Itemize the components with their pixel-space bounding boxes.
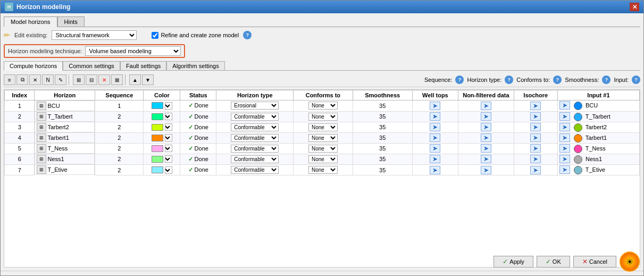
cell-isochore[interactable]: ➤ xyxy=(514,154,557,164)
cell-horizon-type[interactable]: Conformable xyxy=(216,143,294,154)
toolbar-btn-6[interactable]: ⊞ xyxy=(73,74,85,85)
cell-non-filtered[interactable]: ➤ xyxy=(458,154,514,164)
horizon-grid-icon[interactable]: ⊞ xyxy=(37,123,46,131)
toolbar-btn-9[interactable]: ⊠ xyxy=(111,74,123,85)
conforms-to-select[interactable]: None xyxy=(308,123,338,131)
cell-isochore[interactable]: ➤ xyxy=(514,164,557,175)
cell-well-tops[interactable]: ➤ xyxy=(412,132,458,143)
sequence-help-btn[interactable]: ? xyxy=(455,76,464,84)
well-tops-arrow-btn[interactable]: ➤ xyxy=(430,123,440,131)
cell-well-tops[interactable]: ➤ xyxy=(412,111,458,122)
cell-non-filtered[interactable]: ➤ xyxy=(458,101,514,112)
non-filtered-arrow-btn[interactable]: ➤ xyxy=(481,123,491,131)
cell-non-filtered[interactable]: ➤ xyxy=(458,111,514,122)
cell-non-filtered[interactable]: ➤ xyxy=(458,143,514,154)
tab-model-horizons[interactable]: Model horizons xyxy=(4,16,57,27)
conforms-to-select[interactable]: None xyxy=(308,113,338,121)
cell-horizon-type[interactable]: Conformable xyxy=(216,164,294,175)
horizon-technique-select[interactable]: Volume based modeling xyxy=(85,46,181,56)
cell-non-filtered[interactable]: ➤ xyxy=(458,132,514,143)
cell-well-tops[interactable]: ➤ xyxy=(412,164,458,175)
ok-button[interactable]: ✓ OK xyxy=(537,256,570,267)
tab-hints[interactable]: Hints xyxy=(57,16,85,27)
cell-well-tops[interactable]: ➤ xyxy=(412,143,458,154)
well-tops-arrow-btn[interactable]: ➤ xyxy=(430,144,440,153)
cancel-button[interactable]: ✕ Cancel xyxy=(573,256,616,267)
cell-color[interactable]: ▼ xyxy=(144,143,180,154)
horizon-type-select[interactable]: Conformable xyxy=(231,155,279,163)
cell-horizon-type[interactable]: Conformable xyxy=(216,122,294,132)
cell-well-tops[interactable]: ➤ xyxy=(412,122,458,132)
cell-isochore[interactable]: ➤ xyxy=(514,101,557,112)
cell-conforms-to[interactable]: None xyxy=(294,101,353,112)
horizon-type-select[interactable]: Conformable xyxy=(231,123,279,131)
edit-existing-select[interactable]: Structural framework xyxy=(52,30,137,40)
input1-arrow-btn[interactable]: ➤ xyxy=(559,165,570,174)
cell-horizon-type[interactable]: Erosional xyxy=(216,101,294,112)
cell-horizon-type[interactable]: Conformable xyxy=(216,132,294,143)
well-tops-arrow-btn[interactable]: ➤ xyxy=(430,112,440,121)
isochore-arrow-btn[interactable]: ➤ xyxy=(530,155,541,163)
isochore-arrow-btn[interactable]: ➤ xyxy=(530,123,541,131)
cell-well-tops[interactable]: ➤ xyxy=(412,154,458,164)
isochore-arrow-btn[interactable]: ➤ xyxy=(530,102,541,110)
conforms-to-select[interactable]: None xyxy=(308,134,338,142)
well-tops-arrow-btn[interactable]: ➤ xyxy=(430,133,440,142)
isochore-arrow-btn[interactable]: ➤ xyxy=(530,133,541,142)
color-dropdown[interactable]: ▼ xyxy=(165,113,172,120)
conforms-to-select[interactable]: None xyxy=(308,102,338,110)
conforms-to-help-btn[interactable]: ? xyxy=(553,76,562,84)
cell-conforms-to[interactable]: None xyxy=(294,164,353,175)
isochore-arrow-btn[interactable]: ➤ xyxy=(530,112,541,121)
non-filtered-arrow-btn[interactable]: ➤ xyxy=(481,102,491,110)
tab-fault-settings[interactable]: Fault settings xyxy=(120,61,166,70)
well-tops-arrow-btn[interactable]: ➤ xyxy=(430,102,440,110)
color-dropdown[interactable]: ▼ xyxy=(165,155,172,163)
non-filtered-arrow-btn[interactable]: ➤ xyxy=(481,112,491,121)
cell-color[interactable]: ▼ xyxy=(144,164,180,175)
cell-conforms-to[interactable]: None xyxy=(294,143,353,154)
horizon-grid-icon[interactable]: ⊞ xyxy=(37,102,46,110)
horizon-type-select[interactable]: Conformable xyxy=(231,113,279,121)
toolbar-btn-down[interactable]: ▼ xyxy=(142,74,154,85)
input1-arrow-btn[interactable]: ➤ xyxy=(559,144,570,153)
conforms-to-select[interactable]: None xyxy=(308,155,338,163)
horizon-type-select[interactable]: Conformable xyxy=(231,166,279,174)
non-filtered-arrow-btn[interactable]: ➤ xyxy=(481,144,491,153)
non-filtered-arrow-btn[interactable]: ➤ xyxy=(481,155,491,163)
input1-arrow-btn[interactable]: ➤ xyxy=(559,133,570,142)
toolbar-btn-1[interactable]: ≡ xyxy=(4,74,15,85)
toolbar-btn-5[interactable]: ✎ xyxy=(55,74,66,85)
input1-arrow-btn[interactable]: ➤ xyxy=(559,155,570,163)
horizon-grid-icon[interactable]: ⊞ xyxy=(37,133,46,142)
cell-isochore[interactable]: ➤ xyxy=(514,132,557,143)
cell-conforms-to[interactable]: None xyxy=(294,132,353,143)
toolbar-btn-up[interactable]: ▲ xyxy=(129,74,141,85)
color-dropdown[interactable]: ▼ xyxy=(165,102,172,110)
tab-compute-horizons[interactable]: Compute horizons xyxy=(4,61,63,71)
horizon-type-help-btn[interactable]: ? xyxy=(505,76,513,84)
cell-conforms-to[interactable]: None xyxy=(294,154,353,164)
input1-arrow-btn[interactable]: ➤ xyxy=(559,112,570,121)
cell-non-filtered[interactable]: ➤ xyxy=(458,164,514,175)
input1-arrow-btn[interactable]: ➤ xyxy=(559,101,570,110)
cell-horizon-type[interactable]: Conformable xyxy=(216,111,294,122)
toolbar-btn-3[interactable]: ✕ xyxy=(29,74,41,85)
cell-isochore[interactable]: ➤ xyxy=(514,143,557,154)
input1-arrow-btn[interactable]: ➤ xyxy=(559,123,570,131)
cell-isochore[interactable]: ➤ xyxy=(514,122,557,132)
cell-non-filtered[interactable]: ➤ xyxy=(458,122,514,132)
horizon-grid-icon[interactable]: ⊞ xyxy=(37,155,46,163)
well-tops-arrow-btn[interactable]: ➤ xyxy=(430,155,440,163)
horizon-type-select[interactable]: Conformable xyxy=(231,134,279,142)
non-filtered-arrow-btn[interactable]: ➤ xyxy=(481,133,491,142)
non-filtered-arrow-btn[interactable]: ➤ xyxy=(481,166,491,174)
horizon-type-select[interactable]: Conformable xyxy=(231,145,279,153)
horizon-grid-icon[interactable]: ⊞ xyxy=(37,144,46,153)
toolbar-btn-2[interactable]: ⧉ xyxy=(16,74,28,85)
horizon-grid-icon[interactable]: ⊞ xyxy=(37,112,46,121)
color-dropdown[interactable]: ▼ xyxy=(165,123,172,131)
cell-conforms-to[interactable]: None xyxy=(294,111,353,122)
tab-algorithm-settings[interactable]: Algorithm settings xyxy=(166,61,224,70)
toolbar-btn-4[interactable]: N xyxy=(42,74,54,85)
